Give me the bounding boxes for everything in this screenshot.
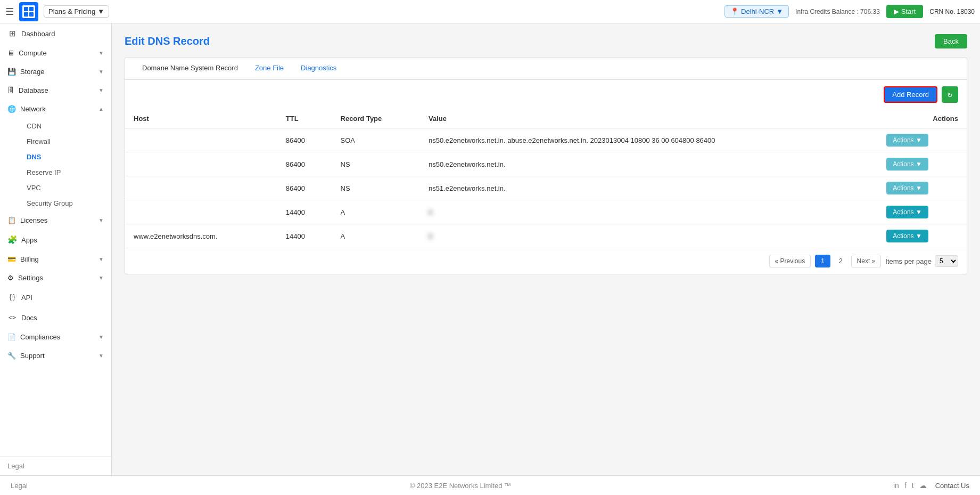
- items-per-page-select[interactable]: 5 10 20 50: [935, 255, 958, 267]
- start-label: Start: [901, 7, 916, 15]
- settings-icon: ⚙: [7, 274, 14, 282]
- sidebar-item-apps[interactable]: 🧩 Apps: [0, 230, 111, 250]
- sidebar-item-compute[interactable]: 🖥 Compute ▼: [0, 44, 111, 62]
- next-button[interactable]: Next »: [851, 255, 882, 267]
- sidebar-item-storage[interactable]: 💾 Storage ▼: [0, 62, 111, 81]
- sidebar-group-storage: 💾 Storage ▼: [0, 62, 111, 81]
- refresh-button[interactable]: ↻: [942, 86, 958, 103]
- sidebar-item-firewall[interactable]: Firewall: [19, 134, 111, 149]
- cell-record-type: A: [332, 200, 421, 224]
- sidebar-item-cdn[interactable]: CDN: [19, 118, 111, 134]
- layout: ⊞ Dashboard 🖥 Compute ▼ 💾 Storage ▼ 🗄 Da…: [0, 23, 980, 475]
- sidebar-item-compliances[interactable]: 📄 Compliances ▼: [0, 328, 111, 346]
- sidebar-label-compute: Compute: [19, 49, 47, 57]
- sidebar-item-security-group[interactable]: Security Group: [19, 196, 111, 211]
- sidebar-item-vpc[interactable]: VPC: [19, 180, 111, 196]
- cell-actions: Actions ▼: [878, 200, 967, 224]
- start-button[interactable]: ▶ Start: [886, 5, 923, 18]
- chevron-down-icon: ▼: [98, 87, 104, 93]
- start-icon: ▶: [894, 7, 899, 15]
- sidebar-item-support[interactable]: 🔧 Support ▼: [0, 346, 111, 365]
- table-toolbar: Add Record ↻: [125, 80, 967, 109]
- location-pin-icon: 📍: [730, 7, 739, 15]
- network-icon: 🌐: [7, 105, 16, 113]
- footer-legal[interactable]: Legal: [11, 482, 28, 490]
- chevron-down-icon: ▼: [98, 334, 104, 340]
- plans-pricing-arrow: ▼: [97, 7, 104, 15]
- cell-host: [125, 128, 277, 152]
- location-label: Delhi-NCR: [741, 7, 774, 15]
- footer-social-icons: in f t ☁: [893, 481, 927, 490]
- cell-record-type: A: [332, 224, 421, 248]
- billing-icon: 💳: [7, 255, 16, 263]
- cell-ttl: 14400: [277, 200, 332, 224]
- chevron-down-icon: ▼: [98, 50, 104, 56]
- cell-ttl: 86400: [277, 152, 332, 176]
- col-record-type: Record Type: [332, 109, 421, 128]
- cell-record-type: SOA: [332, 128, 421, 152]
- legal-label[interactable]: Legal: [7, 462, 24, 470]
- sidebar-label-storage: Storage: [20, 68, 45, 76]
- col-host: Host: [125, 109, 277, 128]
- sidebar-label-database: Database: [19, 86, 48, 94]
- sidebar-item-dashboard[interactable]: ⊞ Dashboard: [0, 23, 111, 44]
- previous-button[interactable]: « Previous: [769, 255, 811, 267]
- apps-icon: 🧩: [7, 235, 17, 245]
- footer-contact[interactable]: Contact Us: [935, 482, 969, 490]
- sidebar-item-billing[interactable]: 💳 Billing ▼: [0, 250, 111, 269]
- actions-button[interactable]: Actions ▼: [886, 158, 928, 171]
- sidebar-item-settings[interactable]: ⚙ Settings ▼: [0, 269, 111, 287]
- support-icon: 🔧: [7, 352, 16, 360]
- cell-actions: Actions ▼: [878, 152, 967, 176]
- sidebar-item-network[interactable]: 🌐 Network ▲: [0, 100, 111, 118]
- cell-host: [125, 200, 277, 224]
- add-record-button[interactable]: Add Record: [884, 86, 937, 103]
- linkedin-icon[interactable]: in: [893, 481, 899, 490]
- page-1-button[interactable]: 1: [815, 255, 830, 267]
- tab-zone-file[interactable]: Zone File: [246, 58, 292, 79]
- chevron-down-icon: ▼: [98, 275, 104, 281]
- header-right: 📍 Delhi-NCR ▼ Infra Credits Balance : 70…: [724, 5, 975, 18]
- compliances-icon: 📄: [7, 333, 16, 341]
- dns-card: Domane Name System Record Zone File Diag…: [125, 57, 967, 274]
- compute-icon: 🖥: [7, 49, 14, 57]
- cell-host: [125, 152, 277, 176]
- actions-button[interactable]: Actions ▼: [886, 206, 928, 218]
- table-header-row: Host TTL Record Type Value Actions: [125, 109, 967, 128]
- back-button[interactable]: Back: [935, 34, 967, 48]
- cell-value: ns50.e2enetworks.net.in.: [420, 152, 878, 176]
- sidebar-item-docs[interactable]: <> Docs: [0, 307, 111, 328]
- hamburger-icon[interactable]: ☰: [5, 6, 14, 18]
- database-icon: 🗄: [7, 86, 14, 94]
- sidebar-item-api[interactable]: {} API: [0, 287, 111, 307]
- tab-diagnostics[interactable]: Diagnostics: [292, 58, 345, 79]
- actions-button[interactable]: Actions ▼: [886, 182, 928, 194]
- sidebar-label-support: Support: [20, 352, 45, 360]
- rss-icon[interactable]: ☁: [919, 481, 927, 490]
- sidebar-label-licenses: Licenses: [20, 216, 47, 224]
- actions-button[interactable]: Actions ▼: [886, 230, 928, 242]
- page-2-link[interactable]: 2: [835, 255, 847, 267]
- sidebar: ⊞ Dashboard 🖥 Compute ▼ 💾 Storage ▼ 🗄 Da…: [0, 23, 112, 475]
- sidebar-group-database: 🗄 Database ▼: [0, 81, 111, 100]
- plans-pricing-label: Plans & Pricing: [48, 7, 95, 15]
- sidebar-item-licenses[interactable]: 📋 Licenses ▼: [0, 211, 111, 230]
- sidebar-item-database[interactable]: 🗄 Database ▼: [0, 81, 111, 100]
- sidebar-item-dns[interactable]: DNS: [19, 149, 111, 165]
- plans-pricing-dropdown[interactable]: Plans & Pricing ▼: [44, 5, 109, 18]
- twitter-icon[interactable]: t: [912, 481, 914, 490]
- table-row: 86400NSns50.e2enetworks.net.in.Actions ▼: [125, 152, 967, 176]
- table-row: 14400A0Actions ▼: [125, 200, 967, 224]
- cell-actions: Actions ▼: [878, 176, 967, 200]
- licenses-icon: 📋: [7, 216, 16, 224]
- location-dropdown[interactable]: 📍 Delhi-NCR ▼: [724, 5, 789, 18]
- facebook-icon[interactable]: f: [904, 481, 907, 490]
- crn-label[interactable]: CRN No. 18030: [929, 8, 975, 15]
- footer-copyright: © 2023 E2E Networks Limited ™: [410, 482, 511, 490]
- sidebar-item-reserve-ip[interactable]: Reserve IP: [19, 165, 111, 180]
- tab-domain-name-system[interactable]: Domane Name System Record: [134, 58, 246, 79]
- col-actions: Actions: [878, 109, 967, 128]
- actions-button[interactable]: Actions ▼: [886, 134, 928, 147]
- refresh-icon: ↻: [947, 91, 953, 99]
- sidebar-group-compliances: 📄 Compliances ▼: [0, 328, 111, 346]
